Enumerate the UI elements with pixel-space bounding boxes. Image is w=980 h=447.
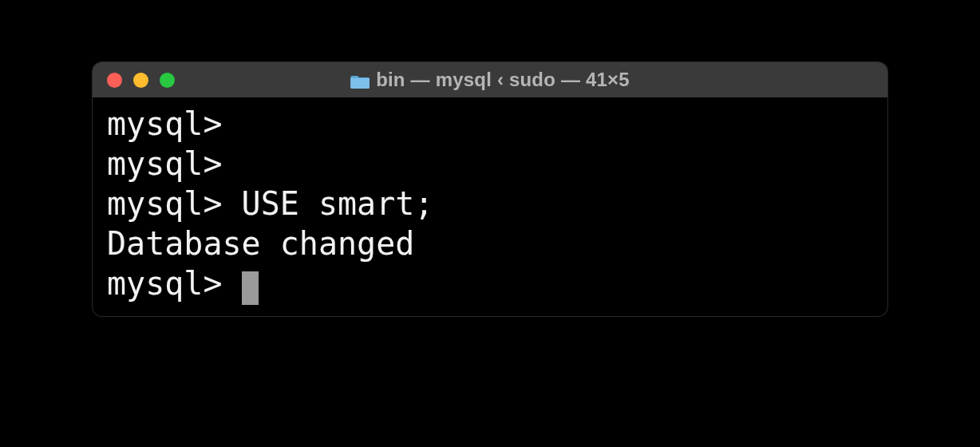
terminal-prompt-line: mysql>: [107, 263, 873, 303]
terminal-window: bin — mysql ‹ sudo — 41×5 mysql>mysql>my…: [93, 62, 887, 316]
close-button[interactable]: [107, 73, 122, 88]
terminal-line: Database changed: [107, 224, 873, 263]
window-title-group: bin — mysql ‹ sudo — 41×5: [350, 69, 630, 91]
terminal-line: mysql>: [107, 104, 873, 144]
title-bar: bin — mysql ‹ sudo — 41×5: [93, 62, 887, 97]
minimize-button[interactable]: [133, 73, 148, 88]
terminal-prompt: mysql>: [107, 265, 242, 302]
terminal-line: mysql> USE smart;: [107, 184, 873, 224]
window-controls: [107, 73, 175, 88]
maximize-button[interactable]: [160, 73, 175, 88]
cursor: [242, 271, 259, 305]
terminal-body[interactable]: mysql>mysql>mysql> USE smart;Database ch…: [93, 97, 887, 316]
window-title: bin — mysql ‹ sudo — 41×5: [376, 69, 630, 91]
terminal-line: mysql>: [107, 144, 873, 184]
folder-icon: [350, 72, 369, 88]
